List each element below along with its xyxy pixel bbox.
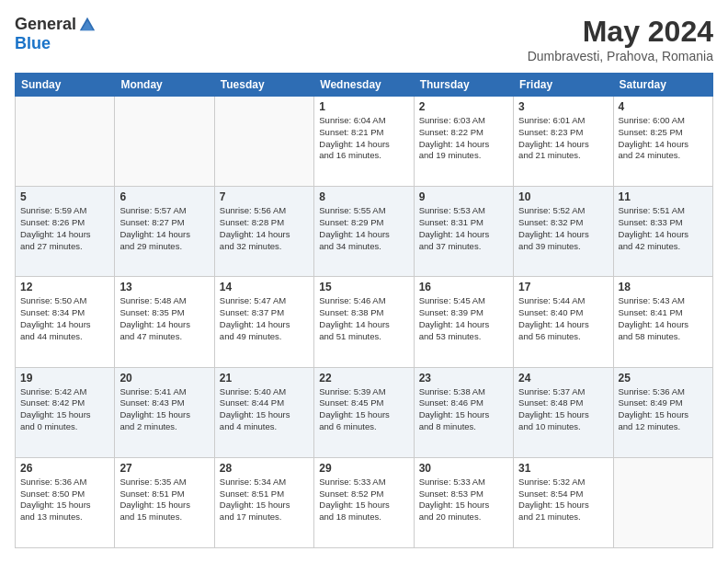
calendar-table: Sunday Monday Tuesday Wednesday Thursday… (15, 73, 713, 548)
header-sunday: Sunday (16, 74, 115, 97)
day-info: Sunrise: 5:40 AMSunset: 8:44 PMDaylight:… (220, 386, 309, 433)
day-info: Sunrise: 5:56 AMSunset: 8:28 PMDaylight:… (220, 205, 309, 252)
table-row: 26Sunrise: 5:36 AMSunset: 8:50 PMDayligh… (16, 457, 115, 547)
table-row: 9Sunrise: 5:53 AMSunset: 8:31 PMDaylight… (414, 187, 513, 277)
day-number: 31 (518, 462, 608, 475)
logo-blue-text: Blue (15, 34, 51, 52)
table-row: 6Sunrise: 5:57 AMSunset: 8:27 PMDaylight… (115, 187, 214, 277)
calendar-week-row: 12Sunrise: 5:50 AMSunset: 8:34 PMDayligh… (16, 277, 713, 367)
month-title: May 2024 (528, 15, 713, 49)
day-number: 26 (20, 462, 109, 475)
day-info: Sunrise: 6:00 AMSunset: 8:25 PMDaylight:… (619, 115, 708, 162)
day-number: 23 (419, 372, 508, 385)
day-info: Sunrise: 5:44 AMSunset: 8:40 PMDaylight:… (518, 295, 608, 342)
day-number: 3 (518, 100, 608, 113)
table-row: 4Sunrise: 6:00 AMSunset: 8:25 PMDaylight… (613, 97, 712, 187)
table-row: 20Sunrise: 5:41 AMSunset: 8:43 PMDayligh… (115, 367, 214, 457)
table-row: 15Sunrise: 5:46 AMSunset: 8:38 PMDayligh… (314, 277, 414, 367)
day-number: 30 (419, 462, 508, 475)
day-number: 7 (220, 190, 309, 203)
calendar-week-row: 5Sunrise: 5:59 AMSunset: 8:26 PMDaylight… (16, 187, 713, 277)
table-row: 5Sunrise: 5:59 AMSunset: 8:26 PMDaylight… (16, 187, 115, 277)
day-info: Sunrise: 5:36 AMSunset: 8:50 PMDaylight:… (20, 477, 109, 523)
table-row: 17Sunrise: 5:44 AMSunset: 8:40 PMDayligh… (514, 277, 613, 367)
day-number: 14 (220, 281, 309, 293)
table-row: 12Sunrise: 5:50 AMSunset: 8:34 PMDayligh… (16, 277, 115, 367)
table-row: 13Sunrise: 5:48 AMSunset: 8:35 PMDayligh… (115, 277, 214, 367)
title-section: May 2024 Dumbravesti, Prahova, Romania (528, 15, 713, 63)
day-info: Sunrise: 5:39 AMSunset: 8:45 PMDaylight:… (319, 386, 408, 433)
day-number: 10 (518, 190, 608, 203)
table-row: 31Sunrise: 5:32 AMSunset: 8:54 PMDayligh… (514, 457, 613, 547)
day-number: 4 (619, 100, 708, 113)
header: General Blue May 2024 Dumbravesti, Praho… (15, 15, 713, 63)
table-row: 27Sunrise: 5:35 AMSunset: 8:51 PMDayligh… (115, 457, 214, 547)
day-number: 27 (119, 462, 209, 475)
day-info: Sunrise: 5:37 AMSunset: 8:48 PMDaylight:… (518, 386, 608, 433)
day-number: 9 (419, 190, 508, 203)
table-row: 25Sunrise: 5:36 AMSunset: 8:49 PMDayligh… (613, 367, 712, 457)
header-friday: Friday (514, 74, 613, 97)
table-row (115, 97, 214, 187)
day-number: 22 (319, 372, 408, 385)
table-row (16, 97, 115, 187)
day-number: 25 (619, 372, 708, 385)
day-number: 1 (319, 100, 408, 113)
calendar-week-row: 19Sunrise: 5:42 AMSunset: 8:42 PMDayligh… (16, 367, 713, 457)
calendar-week-row: 26Sunrise: 5:36 AMSunset: 8:50 PMDayligh… (16, 457, 713, 547)
table-row: 19Sunrise: 5:42 AMSunset: 8:42 PMDayligh… (16, 367, 115, 457)
day-info: Sunrise: 5:33 AMSunset: 8:53 PMDaylight:… (419, 477, 508, 523)
calendar-week-row: 1Sunrise: 6:04 AMSunset: 8:21 PMDaylight… (16, 97, 713, 187)
table-row: 3Sunrise: 6:01 AMSunset: 8:23 PMDaylight… (514, 97, 613, 187)
day-info: Sunrise: 5:47 AMSunset: 8:37 PMDaylight:… (220, 295, 309, 342)
day-number: 6 (119, 190, 209, 203)
header-tuesday: Tuesday (214, 74, 313, 97)
day-number: 21 (220, 372, 309, 385)
day-info: Sunrise: 5:48 AMSunset: 8:35 PMDaylight:… (119, 295, 209, 342)
day-info: Sunrise: 5:59 AMSunset: 8:26 PMDaylight:… (20, 205, 109, 252)
day-info: Sunrise: 5:41 AMSunset: 8:43 PMDaylight:… (119, 386, 209, 433)
table-row: 21Sunrise: 5:40 AMSunset: 8:44 PMDayligh… (214, 367, 313, 457)
day-info: Sunrise: 5:55 AMSunset: 8:29 PMDaylight:… (319, 205, 408, 252)
header-wednesday: Wednesday (314, 74, 414, 97)
table-row: 30Sunrise: 5:33 AMSunset: 8:53 PMDayligh… (414, 457, 513, 547)
day-info: Sunrise: 5:43 AMSunset: 8:41 PMDaylight:… (619, 295, 708, 342)
day-info: Sunrise: 6:01 AMSunset: 8:23 PMDaylight:… (518, 115, 608, 162)
day-number: 8 (319, 190, 408, 203)
location: Dumbravesti, Prahova, Romania (528, 49, 713, 63)
day-info: Sunrise: 5:33 AMSunset: 8:52 PMDaylight:… (319, 477, 408, 523)
day-number: 17 (518, 281, 608, 293)
day-info: Sunrise: 5:32 AMSunset: 8:54 PMDaylight:… (518, 477, 608, 523)
day-number: 15 (319, 281, 408, 293)
table-row: 2Sunrise: 6:03 AMSunset: 8:22 PMDaylight… (414, 97, 513, 187)
day-number: 5 (20, 190, 109, 203)
table-row: 14Sunrise: 5:47 AMSunset: 8:37 PMDayligh… (214, 277, 313, 367)
day-info: Sunrise: 5:46 AMSunset: 8:38 PMDaylight:… (319, 295, 408, 342)
day-info: Sunrise: 5:51 AMSunset: 8:33 PMDaylight:… (619, 205, 708, 252)
day-number: 13 (119, 281, 209, 293)
day-number: 12 (20, 281, 109, 293)
logo-general-text: General (15, 15, 76, 34)
table-row: 16Sunrise: 5:45 AMSunset: 8:39 PMDayligh… (414, 277, 513, 367)
day-info: Sunrise: 5:34 AMSunset: 8:51 PMDaylight:… (220, 477, 309, 523)
logo: General Blue (15, 15, 97, 53)
header-monday: Monday (115, 74, 214, 97)
table-row: 1Sunrise: 6:04 AMSunset: 8:21 PMDaylight… (314, 97, 414, 187)
day-info: Sunrise: 5:38 AMSunset: 8:46 PMDaylight:… (419, 386, 508, 433)
day-number: 28 (220, 462, 309, 475)
header-thursday: Thursday (414, 74, 513, 97)
day-number: 11 (619, 190, 708, 203)
day-info: Sunrise: 5:45 AMSunset: 8:39 PMDaylight:… (419, 295, 508, 342)
day-info: Sunrise: 5:50 AMSunset: 8:34 PMDaylight:… (20, 295, 109, 342)
day-number: 24 (518, 372, 608, 385)
page: General Blue May 2024 Dumbravesti, Praho… (0, 0, 728, 563)
day-number: 29 (319, 462, 408, 475)
day-number: 18 (619, 281, 708, 293)
table-row: 29Sunrise: 5:33 AMSunset: 8:52 PMDayligh… (314, 457, 414, 547)
table-row: 11Sunrise: 5:51 AMSunset: 8:33 PMDayligh… (613, 187, 712, 277)
table-row: 24Sunrise: 5:37 AMSunset: 8:48 PMDayligh… (514, 367, 613, 457)
logo-icon (78, 16, 97, 34)
day-info: Sunrise: 5:35 AMSunset: 8:51 PMDaylight:… (119, 477, 209, 523)
table-row (613, 457, 712, 547)
day-info: Sunrise: 5:42 AMSunset: 8:42 PMDaylight:… (20, 386, 109, 433)
